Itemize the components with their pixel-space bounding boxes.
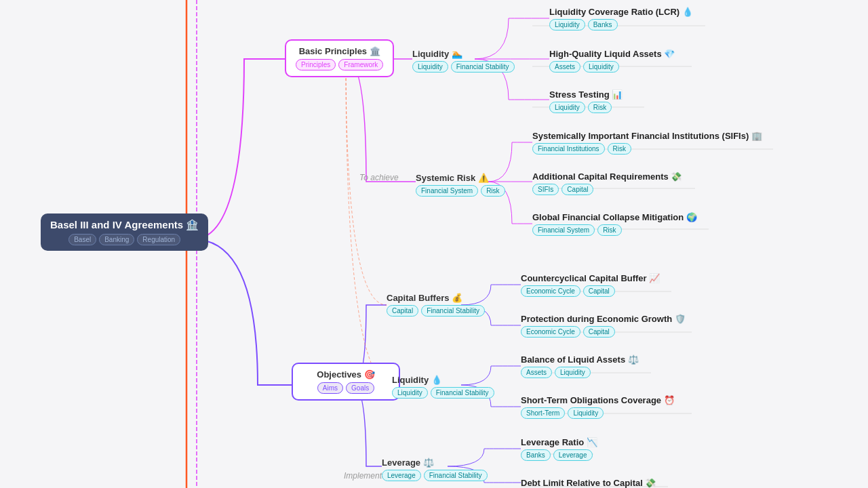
- root-tags: Basel Banking Regulation: [68, 234, 180, 245]
- leaf-tags-short-term: Short-TermLiquidity: [521, 407, 604, 419]
- tag-financial-stability: Financial Stability: [424, 470, 488, 481]
- mid-node-liquidity-bottom[interactable]: Liquidity 💧LiquidityFinancial Stability: [392, 375, 494, 399]
- tag-short-term: Short-Term: [521, 407, 565, 419]
- leaf-node-short-term: Short-Term Obligations Coverage ⏰Short-T…: [521, 395, 675, 419]
- leaf-tags-protection-economic: Economic CycleCapital: [521, 326, 615, 338]
- tag-basel: Basel: [68, 234, 96, 245]
- tag-financial-institutions: Financial Institutions: [532, 143, 605, 155]
- mid-node-systemic-risk[interactable]: Systemic Risk ⚠️Financial SystemRisk: [416, 173, 505, 197]
- basic-principles-node[interactable]: Basic Principles 🏛️ Principles Framework: [285, 39, 394, 77]
- tag-financial-system: Financial System: [532, 224, 595, 236]
- leaf-tags-additional-capital: SIFIsCapital: [532, 184, 593, 195]
- mid-title-capital-buffers: Capital Buffers 💰: [387, 293, 462, 303]
- tag-financial-stability: Financial Stability: [421, 305, 485, 317]
- tag-assets: Assets: [521, 367, 552, 378]
- tag-capital: Capital: [387, 305, 418, 317]
- leaf-node-stress-testing: Stress Testing 📊LiquidityRisk: [549, 89, 623, 113]
- mid-tags-liquidity-bottom: LiquidityFinancial Stability: [392, 387, 494, 399]
- tag-liquidity: Liquidity: [412, 61, 448, 73]
- leaf-tags-sifi: Financial InstitutionsRisk: [532, 143, 631, 155]
- tag-goals: Goals: [346, 382, 374, 394]
- tag-liquidity: Liquidity: [392, 387, 428, 399]
- leaf-title-sifi: Systemically Important Financial Institu…: [532, 131, 762, 141]
- leaf-node-leverage-ratio: Leverage Ratio 📉BanksLeverage: [521, 437, 597, 461]
- tag-leverage: Leverage: [553, 449, 593, 461]
- objectives-title: Objectives 🎯: [317, 369, 374, 380]
- tag-sifis: SIFIs: [532, 184, 559, 195]
- leaf-title-protection-economic: Protection during Economic Growth 🛡️: [521, 314, 686, 324]
- leaf-node-global-collapse: Global Financial Collapse Mitigation 🌍Fi…: [532, 212, 697, 236]
- tag-framework: Framework: [338, 59, 383, 70]
- tag-principles: Principles: [296, 59, 336, 70]
- leaf-tags-leverage-ratio: BanksLeverage: [521, 449, 593, 461]
- leaf-title-hqla: High-Quality Liquid Assets 💎: [549, 49, 675, 59]
- leaf-tags-stress-testing: LiquidityRisk: [549, 102, 612, 113]
- leaf-tags-global-collapse: Financial SystemRisk: [532, 224, 622, 236]
- objectives-node[interactable]: Objectives 🎯 Aims Goals: [292, 363, 400, 401]
- leaf-node-balance-liquid: Balance of Liquid Assets ⚖️AssetsLiquidi…: [521, 354, 639, 378]
- mid-node-liquidity-top[interactable]: Liquidity 🏊LiquidityFinancial Stability: [412, 49, 515, 73]
- tag-risk: Risk: [588, 102, 612, 113]
- tag-liquidity: Liquidity: [583, 61, 619, 73]
- basic-principles-title: Basic Principles 🏛️: [299, 46, 380, 56]
- mid-title-liquidity-bottom: Liquidity 💧: [392, 375, 442, 385]
- mid-node-leverage[interactable]: Leverage ⚖️LeverageFinancial Stability: [382, 458, 488, 481]
- leaf-node-debt-limit: Debt Limit Relative to Capital 💸Capital: [521, 478, 656, 488]
- tag-liquidity: Liquidity: [568, 407, 604, 419]
- leaf-title-debt-limit: Debt Limit Relative to Capital 💸: [521, 478, 656, 488]
- mid-tags-leverage: LeverageFinancial Stability: [382, 470, 488, 481]
- tag-regulation: Regulation: [137, 234, 180, 245]
- objectives-tags: Aims Goals: [317, 382, 374, 394]
- mid-tags-liquidity-top: LiquidityFinancial Stability: [412, 61, 515, 73]
- tag-aims: Aims: [317, 382, 343, 394]
- mind-map-canvas: Basel III and IV Agreements 🏦 Basel Bank…: [0, 0, 868, 488]
- tag-assets: Assets: [549, 61, 580, 73]
- leaf-title-balance-liquid: Balance of Liquid Assets ⚖️: [521, 354, 639, 365]
- tag-liquidity: Liquidity: [555, 367, 591, 378]
- leaf-title-short-term: Short-Term Obligations Coverage ⏰: [521, 395, 675, 405]
- leaf-title-stress-testing: Stress Testing 📊: [549, 89, 623, 100]
- leaf-tags-balance-liquid: AssetsLiquidity: [521, 367, 591, 378]
- tag-financial-stability: Financial Stability: [451, 61, 515, 73]
- leaf-node-hqla: High-Quality Liquid Assets 💎AssetsLiquid…: [549, 49, 675, 73]
- leaf-tags-hqla: AssetsLiquidity: [549, 61, 619, 73]
- tag-capital: Capital: [561, 184, 593, 195]
- mid-node-capital-buffers[interactable]: Capital Buffers 💰CapitalFinancial Stabil…: [387, 293, 485, 317]
- leaf-node-sifi: Systemically Important Financial Institu…: [532, 131, 762, 155]
- leaf-title-countercyclical: Countercyclical Capital Buffer 📈: [521, 273, 660, 283]
- basic-principles-tags: Principles Framework: [296, 59, 383, 70]
- tag-banks: Banks: [588, 19, 618, 30]
- leaf-tags-countercyclical: Economic CycleCapital: [521, 285, 615, 297]
- leaf-title-global-collapse: Global Financial Collapse Mitigation 🌍: [532, 212, 697, 222]
- mid-title-leverage: Leverage ⚖️: [382, 458, 434, 468]
- tag-banks: Banks: [521, 449, 551, 461]
- tag-liquidity: Liquidity: [549, 102, 585, 113]
- mid-tags-capital-buffers: CapitalFinancial Stability: [387, 305, 485, 317]
- to-achieve-label: To achieve: [359, 173, 399, 182]
- tag-capital: Capital: [583, 326, 615, 338]
- tag-capital: Capital: [583, 285, 615, 297]
- leaf-node-additional-capital: Additional Capital Requirements 💸SIFIsCa…: [532, 171, 682, 195]
- root-node[interactable]: Basel III and IV Agreements 🏦 Basel Bank…: [41, 214, 208, 251]
- leaf-title-additional-capital: Additional Capital Requirements 💸: [532, 171, 682, 182]
- tag-risk: Risk: [597, 224, 621, 236]
- leaf-title-lcr: Liquidity Coverage Ratio (LCR) 💧: [549, 7, 693, 17]
- tag-economic-cycle: Economic Cycle: [521, 326, 580, 338]
- mid-tags-systemic-risk: Financial SystemRisk: [416, 185, 505, 197]
- mid-title-liquidity-top: Liquidity 🏊: [412, 49, 462, 59]
- root-title: Basel III and IV Agreements 🏦: [50, 219, 199, 231]
- tag-financial-system: Financial System: [416, 185, 478, 197]
- tag-risk: Risk: [608, 143, 631, 155]
- leaf-node-lcr: Liquidity Coverage Ratio (LCR) 💧Liquidit…: [549, 7, 693, 30]
- tag-liquidity: Liquidity: [549, 19, 585, 30]
- leaf-title-leverage-ratio: Leverage Ratio 📉: [521, 437, 597, 447]
- mid-title-systemic-risk: Systemic Risk ⚠️: [416, 173, 489, 183]
- tag-banking: Banking: [99, 234, 134, 245]
- tag-economic-cycle: Economic Cycle: [521, 285, 580, 297]
- leaf-node-countercyclical: Countercyclical Capital Buffer 📈Economic…: [521, 273, 660, 297]
- leaf-node-protection-economic: Protection during Economic Growth 🛡️Econ…: [521, 314, 686, 338]
- tag-leverage: Leverage: [382, 470, 421, 481]
- tag-risk: Risk: [481, 185, 505, 197]
- tag-financial-stability: Financial Stability: [431, 387, 494, 399]
- leaf-tags-lcr: LiquidityBanks: [549, 19, 618, 30]
